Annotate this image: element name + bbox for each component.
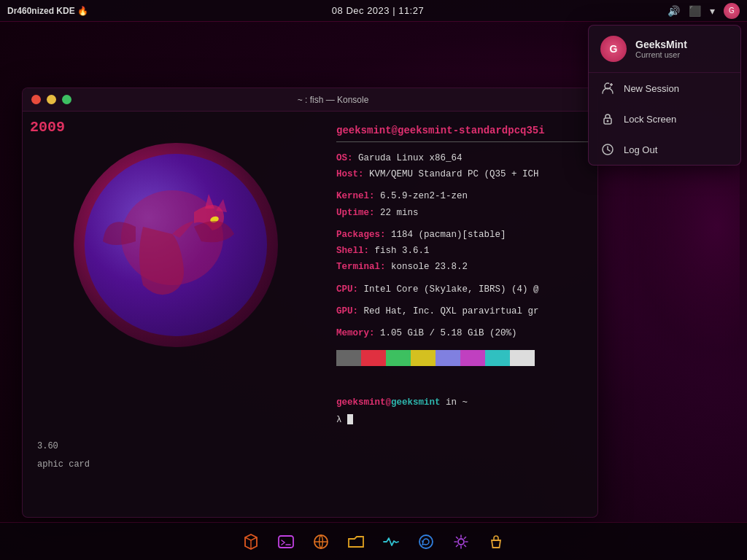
user-avatar-button[interactable]: G: [724, 3, 740, 19]
panel-app-title[interactable]: Dr460nized KDE 🔥: [7, 6, 88, 16]
app-title-text: Dr460nized KDE 🔥: [7, 6, 88, 16]
color-bar: [336, 350, 590, 366]
kernel-value: 6.5.9-zen2-1-zen: [380, 191, 468, 201]
log-out-icon: [600, 142, 615, 157]
shell-row: Shell: fish 3.6.1: [336, 244, 590, 259]
uptime-row: Uptime: 22 mins: [336, 206, 590, 221]
files-taskbar-icon[interactable]: [237, 528, 265, 556]
menu-user-info: GeeksMint Current user: [635, 39, 687, 59]
terminal-value: konsole 23.8.2: [391, 262, 468, 272]
bag-taskbar-icon[interactable]: [482, 528, 510, 556]
packages-row: Packages: 1184 (pacman)[stable]: [336, 228, 590, 243]
skype-taskbar-icon[interactable]: [412, 528, 440, 556]
prompt-host: geeksmint: [391, 397, 441, 408]
host-value: KVM/QEMU Standard PC (Q35 + ICH: [369, 169, 539, 179]
terminal-taskbar-icon[interactable]: [272, 528, 300, 556]
top-panel: Dr460nized KDE 🔥 08 Dec 2023 | 11:27 🔊 ⬛…: [0, 0, 747, 22]
cpu-value: Intel Core (Skylake, IBRS) (4) @: [364, 284, 539, 295]
year-label: 2009: [30, 119, 322, 136]
folder-taskbar-icon[interactable]: [342, 528, 370, 556]
kernel-row: Kernel: 6.5.9-zen2-1-zen: [336, 189, 590, 204]
color-swatch-2: [386, 350, 411, 366]
terminal-titlebar: ~ : fish — Konsole: [23, 88, 597, 112]
menu-user-avatar: G: [600, 36, 627, 62]
user-menu: G GeeksMint Current user New Session L: [588, 25, 741, 166]
volume-icon[interactable]: 🔊: [667, 5, 680, 17]
prompt-in: in: [446, 397, 462, 408]
uptime-label: Uptime:: [336, 208, 375, 218]
menu-username: GeeksMint: [635, 39, 687, 50]
prompt-user: geeksmint: [336, 397, 386, 408]
terminal-window: ~ : fish — Konsole 2009: [22, 88, 598, 518]
dragon-logo: [74, 143, 278, 347]
partial-label: aphic card: [37, 459, 90, 470]
svg-point-7: [607, 120, 609, 122]
os-value: Garuda Linux x86_64: [358, 153, 462, 163]
color-swatch-4: [436, 350, 460, 366]
username-display: geeksmint@geeksmint-standardpcq35i: [336, 122, 590, 140]
cursor: [347, 414, 353, 424]
kernel-label: Kernel:: [336, 191, 375, 201]
gear-taskbar-icon[interactable]: [447, 528, 475, 556]
window-maximize-button[interactable]: [62, 95, 71, 104]
host-label: Host:: [336, 169, 364, 179]
terminal-left-panel: 2009: [23, 112, 329, 517]
uptime-value: 22 mins: [380, 208, 419, 218]
log-out-item[interactable]: Log Out: [589, 134, 740, 165]
new-session-icon: [600, 81, 615, 96]
terminal-label: Terminal:: [336, 262, 386, 272]
color-swatch-7: [510, 350, 535, 366]
terminal-title-text: ~ : fish — Konsole: [77, 95, 589, 105]
prompt-dir: ~: [462, 397, 468, 408]
os-row: OS: Garuda Linux x86_64: [336, 151, 590, 166]
lock-screen-item[interactable]: Lock Screen: [589, 104, 740, 134]
screen-layout-icon[interactable]: ⬛: [689, 5, 701, 17]
lock-screen-icon: [600, 112, 615, 126]
color-swatch-6: [485, 350, 510, 366]
cpu-row: CPU: Intel Core (Skylake, IBRS) (4) @: [336, 282, 590, 298]
color-swatch-1: [361, 350, 386, 366]
menu-subtitle: Current user: [635, 50, 687, 59]
svg-rect-9: [279, 536, 293, 548]
gpu-value: Red Hat, Inc. QXL paravirtual gr: [364, 306, 539, 316]
terminal-right-panel[interactable]: geeksmint@geeksmint-standardpcq35i OS: G…: [329, 112, 597, 517]
prompt-line[interactable]: λ: [336, 413, 590, 428]
dragon-inner-circle: [85, 154, 267, 336]
panel-right-icons: 🔊 ⬛ ▾ G: [667, 3, 740, 19]
info-divider: [336, 141, 590, 142]
color-swatch-0: [336, 350, 361, 366]
memory-row: Memory: 1.05 GiB / 5.18 GiB (20%): [336, 326, 590, 341]
packages-label: Packages:: [336, 230, 386, 240]
shell-label: Shell:: [336, 246, 369, 256]
new-session-item[interactable]: New Session: [589, 73, 740, 104]
dragon-svg: [99, 168, 245, 314]
gpu-label: GPU:: [336, 306, 358, 316]
terminal-body[interactable]: 2009: [23, 112, 597, 517]
shell-value: fish 3.6.1: [375, 246, 430, 256]
new-session-label: New Session: [624, 83, 679, 94]
browser-taskbar-icon[interactable]: [307, 528, 335, 556]
host-row: Host: KVM/QEMU Standard PC (Q35 + ICH: [336, 167, 590, 182]
memory-value: 1.05 GiB / 5.18 GiB (20%): [380, 328, 517, 338]
chevron-down-icon[interactable]: ▾: [710, 5, 715, 17]
color-swatch-3: [411, 350, 436, 366]
os-label: OS:: [336, 153, 353, 163]
cpu-label: CPU:: [336, 284, 358, 295]
lock-screen-label: Lock Screen: [624, 114, 676, 125]
terminal-row: Terminal: konsole 23.8.2: [336, 260, 590, 275]
version-text: 3.60: [37, 441, 58, 451]
gpu-row: GPU: Red Hat, Inc. QXL paravirtual gr: [336, 304, 590, 319]
window-minimize-button[interactable]: [47, 95, 56, 104]
log-out-label: Log Out: [624, 144, 657, 155]
svg-point-12: [458, 539, 464, 545]
svg-point-11: [419, 535, 433, 548]
terminal-prompt[interactable]: geeksmint@geeksmint in ~: [336, 395, 590, 411]
window-close-button[interactable]: [31, 95, 41, 104]
activity-taskbar-icon[interactable]: [377, 528, 405, 556]
panel-datetime: 08 Dec 2023 | 11:27: [332, 5, 424, 16]
taskbar: [0, 522, 747, 560]
color-swatch-5: [460, 350, 485, 366]
memory-label: Memory:: [336, 328, 375, 338]
packages-value: 1184 (pacman)[stable]: [391, 230, 506, 240]
menu-user-row: G GeeksMint Current user: [589, 26, 740, 73]
